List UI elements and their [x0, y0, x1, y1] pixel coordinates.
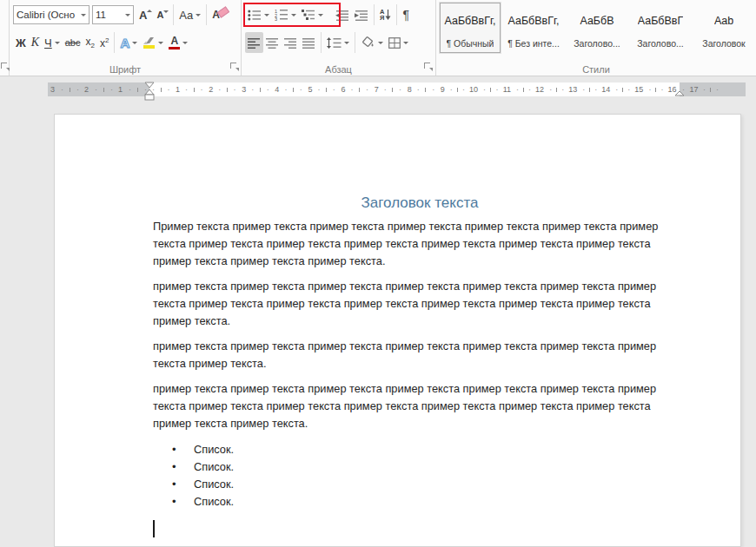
style-preview: АаБбВвГг, [444, 3, 495, 38]
align-left-button[interactable] [245, 32, 263, 53]
right-indent-marker-icon[interactable] [674, 90, 685, 96]
line-spacing-icon [327, 37, 342, 49]
underline-button[interactable]: Ч [42, 32, 63, 53]
style-card-heading1[interactable]: АаБбВ Заголово... [567, 3, 627, 53]
multilevel-list-icon [302, 9, 315, 21]
underline-icon: Ч [44, 36, 52, 49]
align-center-button[interactable] [263, 32, 282, 53]
chevron-down-icon [318, 14, 323, 16]
chevron-down-icon [55, 42, 60, 44]
italic-icon: К [31, 36, 39, 49]
strikethrough-icon: abc [65, 37, 81, 48]
style-preview: АаБбВвГг, [507, 3, 559, 38]
text-effects-button[interactable]: А [117, 32, 140, 53]
font-color-button[interactable]: А [166, 32, 190, 53]
style-card-no-spacing[interactable]: АаБбВвГг, ¶ Без инте... [503, 3, 564, 53]
bold-icon: Ж [16, 36, 26, 49]
pilcrow-icon: ¶ [402, 8, 409, 22]
chevron-down-icon [158, 42, 163, 44]
decrease-indent-icon [335, 10, 349, 21]
chevron-down-icon [132, 42, 137, 44]
style-label: ¶ Обычный [447, 38, 494, 49]
chevron-down-icon [196, 14, 201, 16]
line-spacing-button[interactable] [324, 32, 352, 53]
style-card-title[interactable]: Aab Заголовок [693, 3, 754, 53]
clipboard-group-sliver [0, 0, 10, 76]
styles-group-label: Стили [436, 64, 756, 75]
decrease-indent-button[interactable] [333, 4, 352, 25]
document-workspace: 3··2··1·· ··1··2··3··4··5··6··7··8··9··1… [0, 77, 756, 547]
ribbon: Calibri (Осно 11 A A Aa [0, 0, 756, 76]
multilevel-list-button[interactable] [299, 4, 326, 25]
font-size-combobox[interactable]: 11 [92, 5, 134, 24]
chevron-down-icon [182, 42, 188, 44]
shrink-font-button[interactable]: A [154, 4, 170, 25]
shading-button[interactable] [358, 32, 386, 53]
change-case-button[interactable]: Aa [176, 4, 203, 25]
font-name-value: Calibri (Осно [17, 10, 75, 20]
chevron-down-icon [378, 42, 383, 44]
font-dialog-launcher-icon[interactable] [230, 63, 239, 71]
strikethrough-button[interactable]: abc [63, 32, 83, 53]
document-page[interactable]: Заголовок текста Пример текста пример те… [54, 114, 741, 547]
superscript-button[interactable]: x2 [97, 32, 111, 53]
list-item: Список. [153, 476, 686, 493]
bold-button[interactable]: Ж [13, 32, 29, 53]
grow-font-button[interactable]: A [136, 4, 154, 25]
increase-indent-icon [355, 10, 368, 21]
style-card-heading2[interactable]: АаБбВвГ Заголово... [630, 3, 691, 53]
divider [321, 32, 322, 53]
clipboard-dialog-launcher-icon[interactable] [1, 63, 10, 71]
font-name-combobox[interactable]: Calibri (Осно [13, 5, 90, 24]
highlight-color-button[interactable] [140, 32, 166, 53]
clear-formatting-button[interactable]: А [209, 4, 229, 25]
highlighter-icon [143, 36, 156, 49]
paragraph-dialog-launcher-icon[interactable] [424, 63, 433, 71]
style-preview: Aab [714, 3, 733, 38]
styles-gallery: АаБбВвГг, ¶ Обычный АаБбВвГг, ¶ Без инте… [440, 3, 754, 53]
paragraph-group-label: Абзац [242, 64, 435, 75]
chevron-down-icon [344, 42, 349, 44]
italic-button[interactable]: К [29, 32, 42, 53]
divider [355, 32, 355, 53]
paragraph: пример текста пример текста пример текст… [153, 338, 686, 372]
text-effects-icon: А [120, 36, 129, 50]
justify-button[interactable] [300, 32, 318, 53]
grow-font-icon: A [139, 9, 151, 22]
list-item: Список. [153, 458, 686, 476]
list-item: Список. [153, 493, 686, 511]
borders-button[interactable] [386, 32, 411, 53]
chevron-down-icon [264, 14, 269, 16]
styles-group: АаБбВвГг, ¶ Обычный АаБбВвГг, ¶ Без инте… [436, 0, 756, 76]
ruler-left-margin: 3··2··1·· [48, 82, 149, 96]
shrink-font-icon: A [156, 10, 168, 20]
bullets-icon [248, 10, 262, 21]
change-case-icon: Aa [179, 9, 193, 22]
style-preview: АаБбВвГ [638, 3, 684, 38]
divider [173, 4, 174, 25]
horizontal-ruler: 3··2··1·· ··1··2··3··4··5··6··7··8··9··1… [48, 82, 746, 96]
bullets-button[interactable] [245, 4, 272, 25]
indent-markers-icon[interactable] [144, 82, 155, 102]
eraser-icon: А [212, 9, 227, 21]
subscript-button[interactable]: x2 [83, 32, 96, 53]
style-label: Заголовок [702, 38, 745, 49]
show-formatting-marks-button[interactable]: ¶ [400, 4, 412, 25]
paragraph: пример текста пример текста пример текст… [153, 380, 686, 432]
sort-icon: АЯ [380, 9, 391, 22]
divider [396, 4, 397, 25]
paint-bucket-icon [361, 36, 375, 49]
bulleted-list: Список. Список. Список. Список. [153, 441, 686, 511]
numbering-button[interactable]: 123 [272, 4, 299, 25]
style-card-normal[interactable]: АаБбВвГг, ¶ Обычный [440, 3, 501, 53]
divider [374, 4, 375, 25]
chevron-down-icon [291, 14, 296, 16]
align-center-icon [266, 37, 279, 49]
align-right-button[interactable] [282, 32, 300, 53]
list-item: Список. [153, 441, 686, 458]
justify-icon [302, 37, 315, 49]
word-window: Calibri (Осно 11 A A Aa [0, 0, 756, 547]
increase-indent-button[interactable] [352, 4, 371, 25]
sort-button[interactable]: АЯ [377, 4, 394, 25]
font-group-label: Шрифт [10, 64, 241, 75]
